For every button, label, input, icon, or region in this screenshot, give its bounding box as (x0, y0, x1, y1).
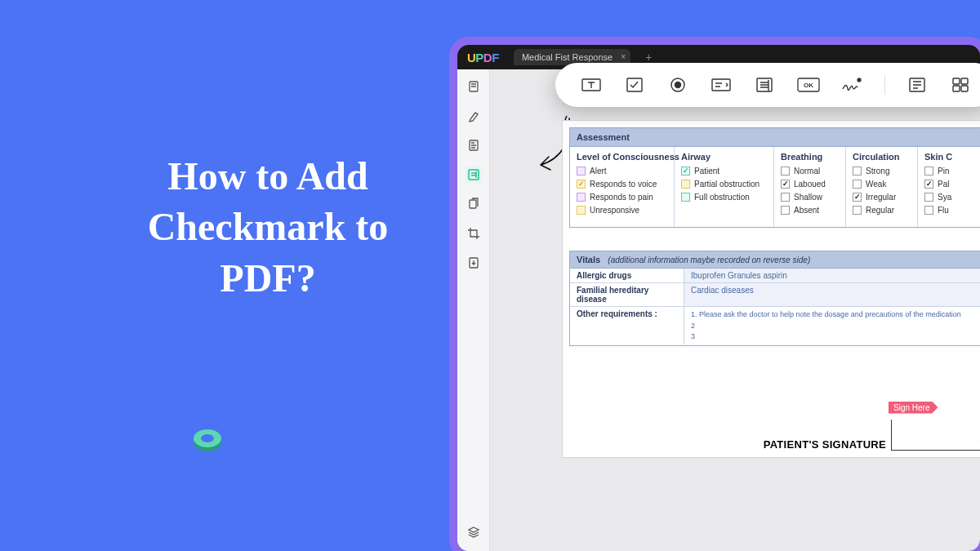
vitals-value[interactable]: Ibuprofen Granules aspirin (684, 269, 980, 282)
vitals-value[interactable]: 1. Please ask the doctor to help note th… (684, 307, 980, 345)
form-field-icon[interactable] (906, 75, 929, 95)
document-canvas: OK Assessment Level of Consciousness Ale… (490, 69, 980, 551)
list-box-icon[interactable] (754, 75, 776, 95)
checkbox-label: Unresponsive (590, 206, 639, 215)
checkbox[interactable] (853, 167, 862, 176)
checkbox-label: Regular (866, 206, 894, 215)
vitals-section: Vitals (additional information maybe rec… (569, 251, 980, 346)
pdf-document: Assessment Level of Consciousness Alert … (562, 120, 980, 458)
checkbox[interactable] (577, 193, 586, 202)
svg-point-2 (201, 434, 214, 442)
svg-rect-19 (961, 78, 968, 84)
checkbox[interactable] (924, 180, 933, 189)
checkbox-label: Laboued (794, 180, 826, 189)
checkbox[interactable] (577, 180, 586, 189)
vitals-header: Vitals (additional information maybe rec… (570, 251, 980, 269)
signature-icon[interactable] (841, 75, 863, 95)
checkbox-label: Weak (866, 180, 886, 189)
checkbox-label: Strong (866, 167, 889, 176)
checkbox[interactable] (681, 167, 690, 176)
svg-point-16 (858, 78, 861, 82)
add-tab-button[interactable]: + (645, 51, 652, 64)
signature-label: PATIENT'S SIGNATURE (764, 438, 886, 451)
checkbox[interactable] (853, 206, 862, 215)
checkbox[interactable] (577, 206, 586, 215)
close-icon[interactable]: × (621, 52, 626, 61)
col-title: Breathing (781, 152, 839, 162)
vitals-value[interactable]: Cardiac diseases (684, 283, 980, 306)
svg-rect-6 (470, 200, 476, 208)
crop-icon[interactable] (465, 224, 483, 242)
highlight-icon[interactable] (465, 107, 483, 125)
checkbox-label: Sya (938, 193, 951, 202)
page-icon[interactable] (465, 78, 483, 96)
checkbox[interactable] (781, 167, 790, 176)
checkbox[interactable] (853, 193, 862, 202)
checkbox[interactable] (781, 180, 790, 189)
checkbox-label: Partial obstruction (694, 180, 760, 189)
vitals-label: Other requirements : (570, 307, 684, 344)
checkbox-label: Patient (694, 167, 719, 176)
checkbox-label: Flu (938, 206, 949, 215)
signature-field[interactable]: Sign Here Ri (891, 420, 980, 451)
page-title: How to Add Checkmark to PDF? (105, 151, 431, 304)
checkbox-label: Irregular (866, 193, 896, 202)
sign-here-tag: Sign Here (889, 402, 938, 414)
checkbox[interactable] (781, 206, 790, 215)
col-title: Circulation (853, 152, 911, 162)
svg-text:OK: OK (804, 82, 813, 89)
svg-rect-18 (953, 78, 960, 84)
checkbox-label: Full obstruction (694, 193, 750, 202)
form-icon[interactable] (465, 166, 483, 184)
checkbox-label: Responds to pain (590, 193, 653, 202)
ring-decoration (190, 423, 225, 457)
svg-rect-21 (961, 86, 968, 91)
assessment-grid: Level of Consciousness Alert Responds to… (569, 147, 980, 228)
col-title: Level of Consciousness (577, 152, 667, 162)
checkbox-icon[interactable] (623, 75, 645, 95)
svg-point-11 (675, 82, 680, 88)
col-title: Skin C (924, 152, 980, 162)
note-icon[interactable] (465, 136, 483, 154)
checkbox[interactable] (577, 167, 586, 176)
checkbox[interactable] (681, 193, 690, 202)
checkbox-label: Normal (794, 167, 820, 176)
app-window: UPDF Medical Fist Response× + (457, 45, 980, 551)
col-title: Airway (681, 152, 767, 162)
app-window-frame: UPDF Medical Fist Response× + (449, 37, 980, 551)
checkbox[interactable] (924, 206, 933, 215)
vitals-label: Familial hereditary disease (570, 283, 684, 306)
radio-button-icon[interactable] (666, 75, 688, 95)
assessment-header: Assessment (569, 127, 980, 147)
checkbox[interactable] (681, 180, 690, 189)
copy-icon[interactable] (465, 195, 483, 213)
grid-icon[interactable] (950, 75, 972, 95)
checkbox-label: Pal (938, 180, 949, 189)
left-sidebar (457, 69, 490, 551)
layers-icon[interactable] (465, 523, 483, 541)
checkbox[interactable] (781, 193, 790, 202)
checkbox[interactable] (924, 167, 933, 176)
svg-rect-5 (469, 170, 479, 180)
text-field-icon[interactable] (580, 75, 602, 95)
updf-logo: UPDF (467, 51, 499, 64)
checkbox[interactable] (853, 180, 862, 189)
svg-rect-20 (953, 86, 960, 91)
checkbox-label: Absent (794, 206, 819, 215)
vitals-label: Allergic drugs (570, 269, 684, 282)
ok-button-icon[interactable]: OK (797, 75, 820, 95)
form-toolbar: OK (555, 63, 980, 107)
export-icon[interactable] (465, 254, 483, 272)
workspace: OK Assessment Level of Consciousness Ale… (457, 69, 980, 551)
checkbox-label: Responds to voice (590, 180, 657, 189)
signature-area: PATIENT'S SIGNATURE Sign Here Ri (569, 420, 980, 451)
checkbox[interactable] (924, 193, 933, 202)
toolbar-separator (884, 75, 885, 95)
checkbox-label: Shallow (794, 193, 822, 202)
checkbox-label: Pin (938, 167, 949, 176)
dropdown-icon[interactable] (710, 75, 732, 95)
checkbox-label: Alert (590, 167, 607, 176)
